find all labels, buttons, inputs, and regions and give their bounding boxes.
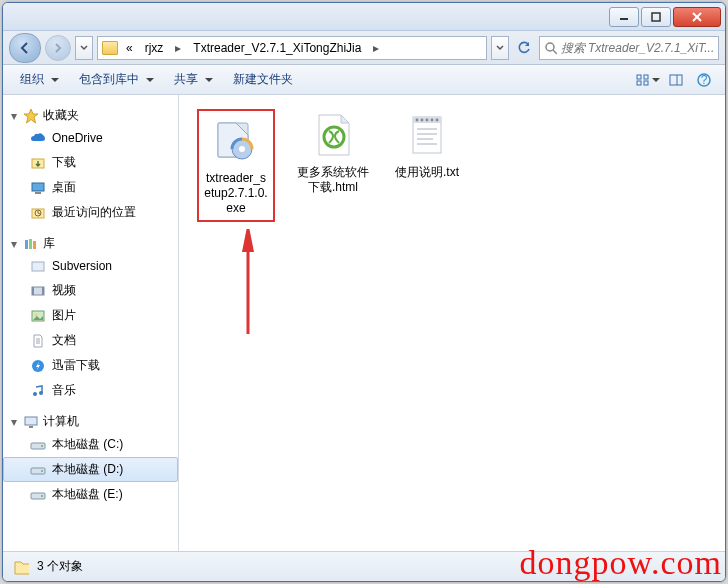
maximize-button[interactable]: [641, 7, 671, 27]
navigation-pane[interactable]: ▾ 收藏夹 OneDrive 下载 桌面: [3, 95, 179, 551]
sidebar-label: 库: [43, 235, 55, 252]
sidebar-item-label: 桌面: [52, 179, 76, 196]
sidebar-item-label: 音乐: [52, 382, 76, 399]
svg-point-41: [41, 495, 43, 497]
sidebar-header-libraries[interactable]: ▾ 库: [3, 233, 178, 254]
sidebar-header-computer[interactable]: ▾ 计算机: [3, 411, 178, 432]
search-input[interactable]: [561, 41, 714, 55]
view-options-button[interactable]: [635, 69, 661, 91]
onedrive-icon: [30, 130, 46, 146]
sidebar-item-label: Subversion: [52, 259, 112, 273]
svg-line-3: [693, 13, 701, 21]
svg-line-2: [693, 13, 701, 21]
sidebar-item-drive-d[interactable]: 本地磁盘 (D:): [3, 457, 178, 482]
minimize-button[interactable]: [609, 7, 639, 27]
minimize-icon: [619, 12, 629, 22]
svg-point-50: [426, 119, 429, 122]
arrow-left-icon: [18, 41, 32, 55]
sidebar-group-favorites: ▾ 收藏夹 OneDrive 下载 桌面: [3, 105, 178, 225]
favorites-icon: [23, 108, 39, 124]
collapse-icon: ▾: [9, 415, 19, 429]
toolbar: 组织 包含到库中 共享 新建文件夹 ?: [3, 65, 725, 95]
downloads-icon: [30, 155, 46, 171]
close-button[interactable]: [673, 7, 721, 27]
folder-icon: [13, 559, 29, 575]
help-button[interactable]: ?: [691, 69, 717, 91]
sidebar-label: 计算机: [43, 413, 79, 430]
svg-rect-15: [32, 183, 44, 191]
svg-point-51: [431, 119, 434, 122]
toolbar-right: ?: [635, 69, 717, 91]
refresh-button[interactable]: [513, 36, 535, 60]
installer-icon: [210, 115, 262, 167]
sidebar-item-subversion[interactable]: Subversion: [3, 254, 178, 278]
breadcrumb[interactable]: « rjxz ▸ Txtreader_V2.7.1_XiTongZhiJia ▸: [97, 36, 487, 60]
help-icon: ?: [697, 73, 711, 87]
svg-point-4: [546, 43, 554, 51]
breadcrumb-item[interactable]: rjxz: [141, 39, 168, 57]
recent-icon: [30, 205, 46, 221]
sidebar-item-label: 最近访问的位置: [52, 204, 136, 221]
svg-text:?: ?: [701, 73, 708, 87]
pane-icon: [669, 74, 683, 86]
svg-rect-6: [637, 75, 641, 79]
file-item[interactable]: 更多系统软件下载.html: [297, 109, 369, 195]
nav-history-dropdown[interactable]: [75, 36, 93, 60]
sidebar-item-label: 本地磁盘 (E:): [52, 486, 123, 503]
sidebar-item-label: 视频: [52, 282, 76, 299]
include-in-library-button[interactable]: 包含到库中: [70, 67, 163, 92]
sidebar-header-favorites[interactable]: ▾ 收藏夹: [3, 105, 178, 126]
annotation-arrow-icon: [233, 229, 263, 339]
sidebar-item-downloads[interactable]: 下载: [3, 150, 178, 175]
new-folder-button[interactable]: 新建文件夹: [224, 67, 302, 92]
svg-line-5: [553, 50, 557, 54]
thunder-icon: [30, 358, 46, 374]
view-icon: [636, 74, 649, 86]
explorer-window: « rjxz ▸ Txtreader_V2.7.1_XiTongZhiJia ▸…: [2, 2, 726, 582]
svg-point-48: [416, 119, 419, 122]
search-icon: [544, 41, 557, 55]
drive-icon: [30, 462, 46, 478]
sidebar-item-drive-e[interactable]: 本地磁盘 (E:): [3, 482, 178, 507]
collapse-icon: ▾: [9, 237, 19, 251]
chevron-right-icon: ▸: [171, 39, 185, 57]
svg-point-33: [39, 391, 43, 395]
txt-icon: [401, 109, 453, 161]
video-icon: [30, 283, 46, 299]
file-list[interactable]: txtreader_setup2.7.1.0.exe 更多系统软件下载.html…: [179, 95, 725, 551]
chevron-right-icon: ▸: [369, 39, 383, 57]
titlebar: [3, 3, 725, 31]
organize-button[interactable]: 组织: [11, 67, 68, 92]
share-button[interactable]: 共享: [165, 67, 222, 92]
collapse-icon: ▾: [9, 109, 19, 123]
sidebar-item-music[interactable]: 音乐: [3, 378, 178, 403]
breadcrumb-item[interactable]: Txtreader_V2.7.1_XiTongZhiJia: [189, 39, 365, 57]
sidebar-item-drive-c[interactable]: 本地磁盘 (C:): [3, 432, 178, 457]
music-icon: [30, 383, 46, 399]
computer-icon: [23, 414, 39, 430]
sidebar-group-libraries: ▾ 库 Subversion 视频 图片 文档 迅雷下载 音乐: [3, 233, 178, 403]
breadcrumb-dropdown[interactable]: [491, 36, 509, 60]
svg-point-49: [421, 119, 424, 122]
sidebar-item-thunder[interactable]: 迅雷下载: [3, 353, 178, 378]
documents-icon: [30, 333, 46, 349]
libraries-icon: [23, 236, 39, 252]
folder-icon: [102, 41, 118, 55]
sidebar-item-recent[interactable]: 最近访问的位置: [3, 200, 178, 225]
preview-pane-button[interactable]: [663, 69, 689, 91]
search-box[interactable]: [539, 36, 719, 60]
sidebar-item-documents[interactable]: 文档: [3, 328, 178, 353]
nav-forward-button[interactable]: [45, 35, 71, 61]
file-item[interactable]: txtreader_setup2.7.1.0.exe: [197, 109, 275, 222]
sidebar-item-onedrive[interactable]: OneDrive: [3, 126, 178, 150]
refresh-icon: [517, 41, 531, 55]
sidebar-item-label: 下载: [52, 154, 76, 171]
sidebar-item-desktop[interactable]: 桌面: [3, 175, 178, 200]
breadcrumb-overflow[interactable]: «: [122, 39, 137, 57]
svg-rect-9: [644, 81, 648, 85]
sidebar-item-videos[interactable]: 视频: [3, 278, 178, 303]
nav-back-button[interactable]: [9, 33, 41, 63]
file-item[interactable]: 使用说明.txt: [391, 109, 463, 180]
sidebar-item-pictures[interactable]: 图片: [3, 303, 178, 328]
sidebar-item-label: 文档: [52, 332, 76, 349]
